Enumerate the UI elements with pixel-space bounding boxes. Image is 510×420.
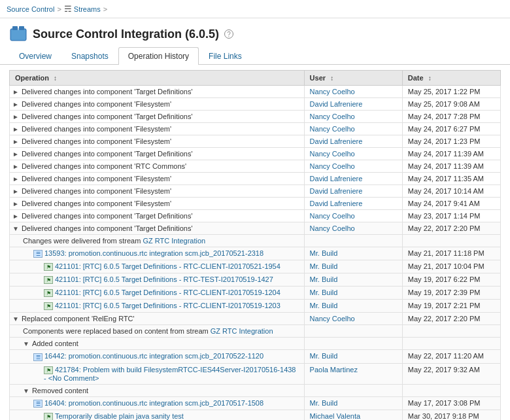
sort-icon-user[interactable]: ↕	[330, 75, 333, 82]
sort-icon-date[interactable]: ↕	[428, 75, 432, 82]
section-label: Removed content	[32, 387, 88, 394]
expand-right-icon[interactable]: ►	[12, 126, 19, 133]
col-date: Date ↕	[402, 71, 500, 86]
expand-right-icon[interactable]: ►	[12, 138, 19, 145]
item-link[interactable]: 421101: [RTC] 6.0.5 Target Definitions -…	[55, 275, 273, 283]
user-cell: David Lafreniere	[304, 135, 402, 148]
workitem-icon: ⚑	[44, 413, 53, 420]
expand-right-icon[interactable]: ►	[12, 101, 19, 108]
changeset-icon: ☰	[33, 400, 42, 408]
tab-file-links[interactable]: File Links	[199, 47, 252, 65]
date-cell: May 25, 2017 9:08 AM	[402, 98, 500, 111]
expand-right-icon[interactable]: ►	[12, 213, 19, 220]
item-link[interactable]: 421784: Problem with build FilesystemRTC…	[44, 366, 296, 382]
user-cell	[304, 384, 402, 396]
expand-right-icon[interactable]: ►	[12, 200, 19, 207]
page-header-icon	[9, 25, 27, 43]
expand-right-icon[interactable]: ►	[12, 175, 19, 183]
user-link[interactable]: Mr. Build	[310, 275, 338, 283]
table-row: ▼Replaced component 'RelEng RTC'Nancy Co…	[10, 313, 501, 325]
expand-right-icon[interactable]: ►	[12, 113, 19, 120]
user-cell: Mr. Build	[304, 260, 402, 273]
user-link[interactable]: Mr. Build	[310, 399, 338, 407]
breadcrumb-source-control[interactable]: Source Control	[7, 5, 54, 13]
breadcrumb-sep-2: >	[103, 5, 107, 13]
user-cell: Mr. Build	[304, 247, 402, 260]
user-link[interactable]: Nancy Coelho	[310, 88, 355, 96]
tab-operation-history[interactable]: Operation History	[118, 47, 199, 65]
op-cell: ►Delivered changes into component 'Files…	[10, 173, 305, 185]
changeset-icon: ☰	[33, 250, 42, 258]
item-link[interactable]: 421101: [RTC] 6.0.5 Target Definitions -…	[55, 262, 280, 270]
help-icon[interactable]: ?	[224, 29, 233, 39]
expand-right-icon[interactable]: ►	[12, 188, 19, 195]
changeset-icon: ☰	[33, 353, 42, 361]
user-link[interactable]: David Lafreniere	[310, 100, 363, 108]
user-link[interactable]: Mr. Build	[310, 249, 338, 257]
user-link[interactable]: David Lafreniere	[310, 175, 363, 183]
user-link[interactable]: Nancy Coelho	[310, 113, 355, 120]
user-link[interactable]: Mr. Build	[310, 289, 338, 296]
item-link[interactable]: 421101: [RTC] 6.0.5 Target Definitions -…	[55, 289, 280, 296]
user-link[interactable]: Nancy Coelho	[310, 224, 355, 232]
date-cell: May 21, 2017 11:18 PM	[402, 247, 500, 260]
user-link[interactable]: Paola Martinez	[310, 366, 358, 374]
user-link[interactable]: David Lafreniere	[310, 187, 363, 195]
expand-right-icon[interactable]: ►	[12, 88, 19, 96]
user-cell: Nancy Coelho	[304, 313, 402, 325]
item-link[interactable]: 421101: [RTC] 6.0.5 Target Definitions -…	[55, 302, 280, 309]
user-link[interactable]: Michael Valenta	[310, 412, 360, 420]
tab-overview[interactable]: Overview	[9, 47, 61, 65]
tab-snapshots[interactable]: Snapshots	[61, 47, 118, 65]
date-cell: May 19, 2017 2:39 PM	[402, 287, 500, 300]
op-cell: ►Delivered changes into component 'Targe…	[10, 148, 305, 160]
user-cell: Nancy Coelho	[304, 111, 402, 123]
tabs: Overview Snapshots Operation History Fil…	[0, 47, 510, 65]
item-link[interactable]: 16404: promotion.continuous.rtc integrat…	[44, 399, 264, 407]
expand-down-icon[interactable]: ▼	[12, 225, 19, 232]
expand-right-icon[interactable]: ►	[12, 163, 19, 170]
date-cell: May 24, 2017 11:39 AM	[402, 160, 500, 173]
op-cell: ⚑421101: [RTC] 6.0.5 Target Definitions …	[10, 287, 305, 300]
workitem-icon: ⚑	[44, 263, 53, 271]
date-cell: Mar 30, 2017 9:18 PM	[402, 410, 500, 420]
table-row: Components were replaced based on conten…	[10, 325, 501, 338]
user-link[interactable]: Mr. Build	[310, 352, 338, 360]
op-cell: ☰16442: promotion.continuous.rtc integra…	[10, 350, 305, 363]
user-link[interactable]: Nancy Coelho	[310, 315, 355, 323]
stream-link[interactable]: GZ RTC Integration	[143, 237, 205, 245]
breadcrumb-streams[interactable]: Streams	[74, 5, 101, 13]
user-cell: Mr. Build	[304, 300, 402, 313]
expand-right-icon[interactable]: ►	[12, 150, 19, 158]
stream-link[interactable]: GZ RTC Integration	[211, 327, 273, 335]
table-row: ►Delivered changes into component 'Targe…	[10, 148, 501, 160]
user-link[interactable]: David Lafreniere	[310, 137, 363, 145]
user-link[interactable]: Mr. Build	[310, 302, 338, 309]
user-link[interactable]: Nancy Coelho	[310, 150, 355, 158]
item-link[interactable]: Temporarily disable plain java sanity te…	[55, 412, 184, 420]
table-row: ►Delivered changes into component 'Targe…	[10, 111, 501, 123]
breadcrumb: Source Control > ☴ Streams >	[0, 0, 510, 18]
breadcrumb-streams-icon: ☴	[64, 4, 72, 14]
date-cell: May 22, 2017 2:20 PM	[402, 313, 500, 325]
op-cell: ►Delivered changes into component 'RTC C…	[10, 160, 305, 173]
user-link[interactable]: Nancy Coelho	[310, 125, 355, 133]
op-cell: ▼Delivered changes into component 'Targe…	[10, 222, 305, 235]
user-link[interactable]: Mr. Build	[310, 262, 338, 270]
expand-down-icon[interactable]: ▼	[12, 315, 19, 323]
user-link[interactable]: David Lafreniere	[310, 200, 363, 207]
user-cell: Mr. Build	[304, 396, 402, 410]
item-link[interactable]: 13593: promotion.continuous.rtc integrat…	[44, 249, 264, 257]
op-cell: ►Delivered changes into component 'Files…	[10, 123, 305, 135]
user-link[interactable]: Nancy Coelho	[310, 212, 355, 220]
op-cell: ⚑Temporarily disable plain java sanity t…	[10, 410, 305, 420]
section-label: Added content	[32, 340, 78, 347]
date-cell: May 22, 2017 9:32 AM	[402, 363, 500, 384]
user-link[interactable]: Nancy Coelho	[310, 162, 355, 170]
item-link[interactable]: 16442: promotion.continuous.rtc integrat…	[44, 352, 264, 360]
expand-down-icon[interactable]: ▼	[23, 340, 29, 347]
table-row: ►Delivered changes into component 'Files…	[10, 123, 501, 135]
expand-down-icon[interactable]: ▼	[23, 387, 29, 394]
table-row: ⚑421101: [RTC] 6.0.5 Target Definitions …	[10, 260, 501, 273]
sort-icon-operation[interactable]: ↕	[54, 75, 57, 82]
